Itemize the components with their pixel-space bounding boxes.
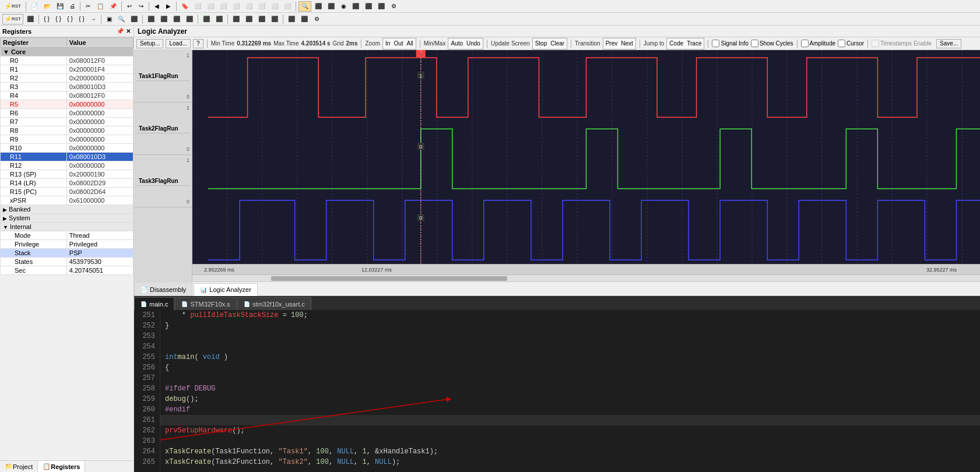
save-button[interactable]: 💾	[54, 1, 66, 12]
code-line-253[interactable]	[160, 331, 980, 341]
t2-10-button[interactable]: ⬛	[145, 14, 157, 24]
t7-button[interactable]: ⬜	[269, 1, 280, 12]
nav-back-button[interactable]: ◀	[152, 1, 162, 12]
code-line-257[interactable]	[160, 373, 980, 383]
cut-button[interactable]: ✂	[83, 1, 93, 12]
code-line-261[interactable]	[160, 415, 980, 425]
t2-9-button[interactable]: ⬛	[128, 14, 140, 24]
code-content[interactable]: * pullIdleTaskStackSize = 100;}int main(…	[160, 310, 980, 472]
t2-16-button[interactable]: ⬛	[230, 14, 242, 24]
stop-button[interactable]: Stop	[534, 39, 549, 48]
redo-button[interactable]: ↪	[136, 1, 146, 12]
file-tab-main-c[interactable]: 📄 main.c	[134, 297, 174, 310]
amplitude-checkbox[interactable]: Amplitude	[801, 40, 835, 47]
find-button[interactable]: 🔍	[298, 1, 311, 12]
code-line-251[interactable]: * pullIdleTaskStackSize = 100;	[160, 310, 980, 320]
t2-12-button[interactable]: ⬛	[171, 14, 182, 24]
t9-button[interactable]: ⬛	[312, 1, 324, 12]
registers-tab[interactable]: 📋 Registers	[38, 461, 85, 473]
print-button[interactable]: 🖨	[67, 1, 78, 12]
code-line-259[interactable]: debug();	[160, 394, 980, 404]
cursor-checkbox[interactable]: Cursor	[838, 40, 864, 47]
t2-3-button[interactable]: { }	[53, 14, 64, 24]
signal-info-checkbox[interactable]: Signal Info	[712, 40, 748, 47]
bookmark-button[interactable]: 🔖	[179, 1, 191, 12]
scroll-thumb[interactable]	[271, 276, 507, 281]
t2-8-button[interactable]: 🔍	[115, 14, 127, 24]
code-line-255[interactable]: int main( void )	[160, 352, 980, 362]
t2-6-button[interactable]: →	[88, 14, 99, 24]
t1-button[interactable]: ⬜	[192, 1, 203, 12]
tab-logic-analyzer[interactable]: 📊 Logic Analyzer	[194, 283, 258, 296]
new-button[interactable]: 📄	[29, 1, 40, 12]
undo-button[interactable]: ↩	[124, 1, 135, 12]
show-cycles-checkbox[interactable]: Show Cycles	[751, 40, 793, 47]
t11-button[interactable]: ◉	[338, 1, 349, 12]
waveform-canvas[interactable]	[192, 50, 980, 264]
code-line-263[interactable]	[160, 436, 980, 446]
zoom-in-button[interactable]: In	[384, 39, 391, 48]
debug-rst-button[interactable]: ⚡RST	[2, 14, 23, 24]
t4-button[interactable]: ⬜	[230, 1, 242, 12]
help-button[interactable]: ?	[193, 39, 203, 48]
project-tab[interactable]: 📁 Project	[0, 461, 38, 473]
code-line-252[interactable]: }	[160, 320, 980, 331]
code-line-262[interactable]: prvSetupHardware();	[160, 425, 980, 436]
t2-21-button[interactable]: ⬛	[298, 14, 310, 24]
t2-20-button[interactable]: ⬛	[286, 14, 297, 24]
load-button[interactable]: Load...	[166, 39, 191, 48]
code-line-258[interactable]: #ifdef DEBUG	[160, 383, 980, 394]
rst-button[interactable]: ⚡RST	[2, 1, 23, 12]
t12-button[interactable]: ⬛	[350, 1, 361, 12]
t2-4-button[interactable]: { }	[65, 14, 75, 24]
prev-button[interactable]: Prev	[605, 39, 619, 48]
trace-button[interactable]: Trace	[686, 39, 702, 48]
panel-close-icon[interactable]: ✕	[125, 27, 131, 35]
t2-18-button[interactable]: ⬛	[256, 14, 268, 24]
save-la-button[interactable]: Save...	[936, 39, 961, 48]
zoom-out-button[interactable]: Out	[392, 39, 404, 48]
t2-13-button[interactable]: ⬛	[184, 14, 195, 24]
paste-button[interactable]: 📌	[107, 1, 119, 12]
setup-button[interactable]: Setup...	[136, 39, 163, 48]
open-button[interactable]: 📂	[41, 1, 53, 12]
t2-17-button[interactable]: ⬛	[243, 14, 255, 24]
t2-11-button[interactable]: ⬛	[158, 14, 170, 24]
code-line-264[interactable]: xTaskCreate(Task1Function, "Task1", 100,…	[160, 446, 980, 457]
t14-button[interactable]: ⬛	[375, 1, 387, 12]
file-tab-stm32-s[interactable]: 📄 STM32F10x.s	[175, 297, 236, 310]
code-button[interactable]: Code	[668, 39, 684, 48]
next-button[interactable]: Next	[620, 39, 634, 48]
t5-button[interactable]: ⬜	[243, 1, 255, 12]
t2-19-button[interactable]: ⬛	[269, 14, 280, 24]
t13-button[interactable]: ⬛	[363, 1, 374, 12]
t2-button[interactable]: ⬜	[205, 1, 216, 12]
zoom-all-button[interactable]: All	[406, 39, 415, 48]
t2-14-button[interactable]: ⬛	[201, 14, 212, 24]
t2-2-button[interactable]: { }	[41, 14, 52, 24]
t15-button[interactable]: ⚙	[388, 1, 399, 12]
file-tab-usart-c[interactable]: 📄 stm32f10x_usart.c	[237, 297, 311, 310]
t2-5-button[interactable]: { }	[76, 14, 87, 24]
t2-15-button[interactable]: ⬛	[213, 14, 225, 24]
auto-button[interactable]: Auto	[449, 39, 464, 48]
undo-zoom-button[interactable]: Undo	[465, 39, 482, 48]
t2-7-button[interactable]: ▣	[104, 14, 114, 24]
code-line-256[interactable]: {	[160, 362, 980, 373]
t3-button[interactable]: ⬜	[217, 1, 229, 12]
timestamps-checkbox[interactable]: Timestamps Enable	[872, 40, 932, 47]
waveform-scrollbar[interactable]	[192, 274, 980, 281]
clear-button[interactable]: Clear	[549, 39, 565, 48]
t2-22-button[interactable]: ⚙	[311, 14, 322, 24]
t8-button[interactable]: ⬜	[282, 1, 293, 12]
t2-1-button[interactable]: ⬛	[24, 14, 36, 24]
tab-disassembly[interactable]: 📄 Disassembly	[134, 283, 192, 295]
code-line-254[interactable]	[160, 341, 980, 352]
nav-fwd-button[interactable]: ▶	[163, 1, 174, 12]
panel-float-icon[interactable]: 📌	[116, 27, 124, 35]
t6-button[interactable]: ⬜	[256, 1, 268, 12]
copy-button[interactable]: 📋	[94, 1, 106, 12]
t10-button[interactable]: ⬛	[325, 1, 337, 12]
code-line-265[interactable]: xTaskCreate(Task2Function, "Task2", 100,…	[160, 457, 980, 467]
code-line-260[interactable]: #endif	[160, 404, 980, 415]
